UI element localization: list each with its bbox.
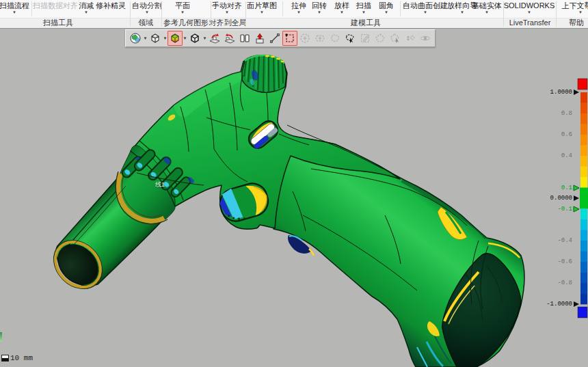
color-scale-marker[interactable]: [573, 206, 580, 213]
ribbon-item-separator: [282, 1, 283, 16]
visibility-toggle-icon: [418, 31, 433, 46]
ribbon-item-label: 扫描数据对齐: [33, 0, 78, 10]
application-window: 扫描流程▼扫描数据对齐消减▼修补精灵自动分割▼平面▼手动对齐▼面片草图▼拉伸▼回…: [0, 0, 588, 367]
ribbon-item-separator: [400, 1, 401, 16]
ribbon-group-label-3: 参考几何图形: [163, 18, 209, 28]
ribbon-item-12[interactable]: 扫描▼: [356, 0, 371, 18]
ribbon-item-13[interactable]: 圆角▼: [379, 0, 394, 18]
ribbon-item-label: 基础实体: [472, 0, 502, 10]
dropdown-arrow-icon[interactable]: ▼: [403, 10, 448, 15]
ribbon-group-label-4: 对齐到全局: [209, 18, 247, 28]
dropdown-arrow-icon[interactable]: ▼: [79, 10, 94, 15]
deviation-color-scale: 1.00000.80.60.40.10.0000-0.1-0.4-0.6-0.8…: [506, 29, 588, 367]
model-3d-heat-gun[interactable]: [0, 29, 588, 367]
dropdown-arrow-icon[interactable]: ▼: [175, 10, 190, 15]
viewport-canvas[interactable]: ▼▼▼▼ 1.00000.80.60.40.10.0000-0.1-0.4-0.…: [0, 29, 588, 367]
ribbon-item-separator: [31, 1, 32, 16]
view-toolbar: ▼▼▼▼: [125, 29, 436, 47]
ribbon-item-label: 扫描流程: [0, 0, 29, 10]
color-scale-label-0.6: 0.6: [561, 131, 572, 138]
model-threaded-cap[interactable]: [242, 55, 286, 93]
dropdown-arrow-icon[interactable]: ▼: [0, 10, 29, 15]
toolbar-dropdown-arrow-icon[interactable]: ▼: [183, 36, 187, 40]
ribbon-group-separator: [556, 1, 557, 27]
dropdown-arrow-icon[interactable]: ▼: [334, 10, 349, 15]
shaded-edges-mode-icon[interactable]: [187, 31, 202, 46]
dropdown-arrow-icon[interactable]: ▼: [291, 10, 306, 15]
toolbar-slot: ▼: [128, 31, 148, 46]
toolbar-dropdown-arrow-icon[interactable]: ▼: [202, 36, 207, 40]
color-scale-marker[interactable]: [573, 89, 580, 96]
ribbon-item-4[interactable]: 修补精灵: [96, 0, 126, 18]
toolbar-slot: [388, 31, 403, 46]
ribbon-item-17[interactable]: SOLIDWORKS▼: [504, 0, 555, 18]
toolbar-slot: ▼: [148, 31, 168, 46]
ribbon-item-14[interactable]: 自动曲面创建▼: [403, 0, 448, 18]
freeform-select-icon: [328, 31, 343, 46]
ribbon-item-8[interactable]: 面片草图▼: [247, 0, 277, 18]
toolbar-slot: [418, 31, 433, 46]
dropdown-arrow-icon[interactable]: ▼: [472, 10, 502, 15]
dropdown-arrow-icon[interactable]: ▼: [562, 10, 588, 15]
color-scale-marker[interactable]: [573, 185, 580, 191]
dropdown-arrow-icon[interactable]: ▼: [132, 10, 162, 15]
scale-indicator-label: 10 mm: [10, 354, 33, 362]
color-scale-label-0.0000: 0.0000: [550, 195, 572, 202]
color-scale-label--0.4: -0.4: [557, 237, 572, 244]
ribbon-item-9[interactable]: 拉伸▼: [291, 0, 306, 18]
line-select-icon[interactable]: [267, 31, 282, 46]
split-view-icon[interactable]: [237, 31, 252, 46]
through-select-icon: [403, 31, 418, 46]
ribbon-item-11[interactable]: 放样▼: [334, 0, 349, 18]
ribbon-item-5[interactable]: 自动分割▼: [132, 0, 162, 18]
ribbon-group-label-1: 扫描工具: [43, 18, 73, 28]
lasso-select-icon[interactable]: [343, 31, 358, 46]
ribbon-item-18[interactable]: 上下文帮助▼: [562, 0, 588, 18]
color-scale-marker[interactable]: [573, 301, 580, 308]
ribbon-group-separator: [161, 1, 162, 27]
ribbon-group-separator: [503, 1, 504, 27]
dropdown-arrow-icon[interactable]: ▼: [504, 10, 555, 15]
ribbon-item-label: 面片草图: [247, 0, 277, 10]
dropdown-arrow-icon[interactable]: ▼: [356, 10, 371, 15]
ribbon-groups-row: 扫描工具领域参考几何图形对齐到全局建模工具LiveTransfer帮助: [0, 18, 588, 28]
color-scale-marker[interactable]: [573, 195, 580, 202]
align-plane-a-icon[interactable]: [207, 31, 222, 46]
home-view-icon[interactable]: [252, 31, 267, 46]
toolbar-slot: [297, 31, 312, 46]
color-scale-label--0.1: -0.1: [557, 206, 572, 213]
ribbon-item-6[interactable]: 平面▼: [175, 0, 190, 18]
scale-indicator: 10 mm: [1, 354, 33, 362]
wireframe-mode-icon[interactable]: [148, 31, 163, 46]
ribbon-item-label: SOLIDWORKS: [504, 0, 555, 10]
toolbar-dropdown-arrow-icon[interactable]: ▼: [143, 36, 148, 40]
shaded-mode-icon[interactable]: [168, 31, 183, 46]
rectangle-select-icon[interactable]: [282, 31, 297, 46]
dropdown-arrow-icon[interactable]: ▼: [247, 10, 277, 15]
align-plane-b-icon[interactable]: [222, 31, 237, 46]
ribbon-item-label: 自动曲面创建: [403, 0, 448, 10]
color-scale-pass-band: [580, 188, 588, 209]
region-select-icon: [373, 31, 388, 46]
ribbon-item-label: 扫描: [356, 0, 371, 10]
dropdown-arrow-icon[interactable]: ▼: [212, 10, 242, 15]
ribbon-item-10[interactable]: 回转▼: [312, 0, 327, 18]
ribbon-item-16[interactable]: 基础实体▼: [472, 0, 502, 18]
toolbar-slot: ▼: [187, 31, 207, 46]
view-orientation-icon[interactable]: [128, 31, 143, 46]
dropdown-arrow-icon[interactable]: ▼: [379, 10, 394, 15]
ribbon-item-3[interactable]: 消减▼: [79, 0, 94, 18]
color-scale-label--1.0000: -1.0000: [546, 301, 572, 308]
ribbon-item-label: 拉伸: [291, 0, 306, 10]
toolbar-slot: [282, 31, 297, 46]
ribbon-group-separator: [245, 1, 246, 27]
ribbon-group-label-5: 建模工具: [351, 18, 381, 28]
ribbon-item-1[interactable]: 扫描流程▼: [0, 0, 29, 18]
toolbar-slot: [222, 31, 237, 46]
ribbon-item-7[interactable]: 手动对齐▼: [212, 0, 242, 18]
toolbar-dropdown-arrow-icon[interactable]: ▼: [163, 36, 168, 40]
toolbar-slot: [312, 31, 328, 46]
toolbar-slot: [207, 31, 222, 46]
toolbar-slot: [267, 31, 282, 46]
dropdown-arrow-icon[interactable]: ▼: [312, 10, 327, 15]
